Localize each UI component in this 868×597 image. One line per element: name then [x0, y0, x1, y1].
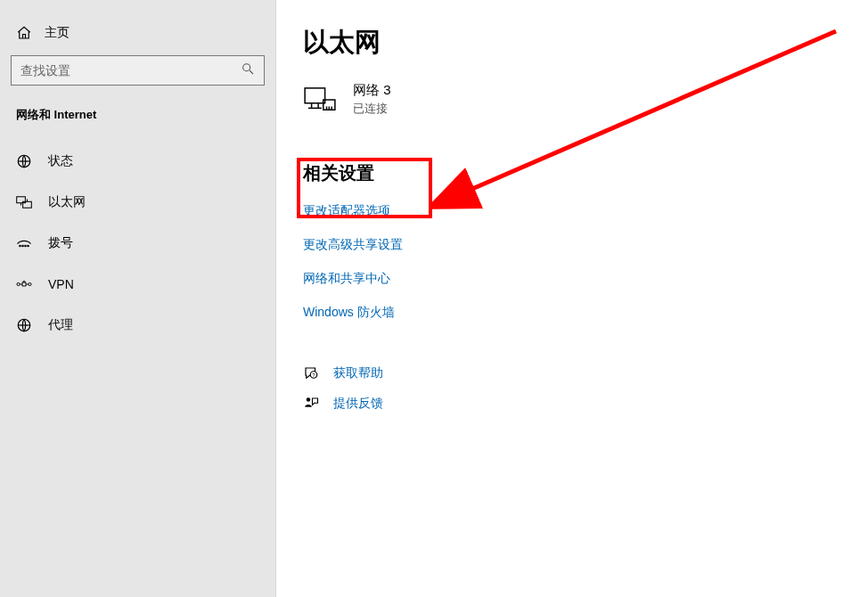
link-change-adapter[interactable]: 更改适配器选项	[303, 194, 868, 228]
svg-point-12	[29, 282, 31, 285]
sidebar-item-ethernet[interactable]: 以太网	[0, 182, 275, 223]
home-label: 主页	[45, 25, 70, 41]
search-icon	[241, 61, 255, 79]
home-button[interactable]: 主页	[0, 16, 275, 50]
section-title: 网络和 Internet	[0, 98, 275, 141]
main-content: 以太网 网络 3 已连接 相关设置 更改适配器选项 更改高级共享设置 网络和共享…	[276, 0, 868, 597]
network-name: 网络 3	[353, 82, 391, 99]
link-windows-firewall[interactable]: Windows 防火墙	[303, 296, 868, 330]
svg-point-9	[25, 245, 27, 247]
help-link-label: 获取帮助	[333, 365, 383, 381]
help-block: ? 获取帮助 提供反馈	[303, 358, 868, 419]
svg-point-0	[243, 64, 250, 71]
svg-rect-14	[22, 282, 26, 286]
give-feedback-link[interactable]: 提供反馈	[303, 388, 868, 419]
svg-point-7	[20, 245, 21, 247]
sidebar-item-label: 代理	[48, 317, 73, 333]
sidebar-item-status[interactable]: 状态	[0, 141, 275, 182]
svg-point-8	[22, 245, 24, 247]
sidebar-item-dialup[interactable]: 拨号	[0, 223, 275, 264]
sidebar-item-proxy[interactable]: 代理	[0, 305, 275, 346]
search-box[interactable]	[11, 55, 265, 86]
proxy-icon	[16, 317, 32, 333]
dialup-icon	[16, 235, 32, 251]
svg-point-11	[17, 282, 20, 285]
sidebar-item-label: 拨号	[48, 235, 73, 251]
sidebar-item-label: 以太网	[48, 194, 86, 210]
status-icon	[16, 153, 32, 169]
sidebar-item-vpn[interactable]: VPN	[0, 264, 275, 305]
feedback-icon	[303, 396, 319, 412]
network-item[interactable]: 网络 3 已连接	[303, 82, 868, 117]
network-info: 网络 3 已连接	[353, 82, 391, 117]
svg-line-1	[250, 70, 253, 74]
home-icon	[16, 25, 32, 41]
ethernet-icon	[16, 194, 32, 210]
svg-rect-16	[305, 87, 325, 102]
svg-point-10	[28, 245, 29, 247]
get-help-link[interactable]: ? 获取帮助	[303, 358, 868, 388]
network-status: 已连接	[353, 101, 391, 117]
search-input[interactable]	[20, 63, 241, 78]
svg-point-26	[307, 397, 311, 402]
sidebar-item-label: 状态	[48, 153, 73, 169]
sidebar: 主页 网络和 Internet 状态	[0, 0, 276, 597]
vpn-icon	[16, 276, 32, 292]
help-icon: ?	[303, 365, 319, 381]
page-title: 以太网	[303, 25, 868, 61]
related-settings-title: 相关设置	[303, 161, 868, 185]
link-network-center[interactable]: 网络和共享中心	[303, 262, 868, 296]
link-advanced-sharing[interactable]: 更改高级共享设置	[303, 228, 868, 262]
feedback-link-label: 提供反馈	[333, 396, 383, 412]
sidebar-item-label: VPN	[48, 277, 74, 291]
monitor-network-icon	[303, 86, 337, 113]
